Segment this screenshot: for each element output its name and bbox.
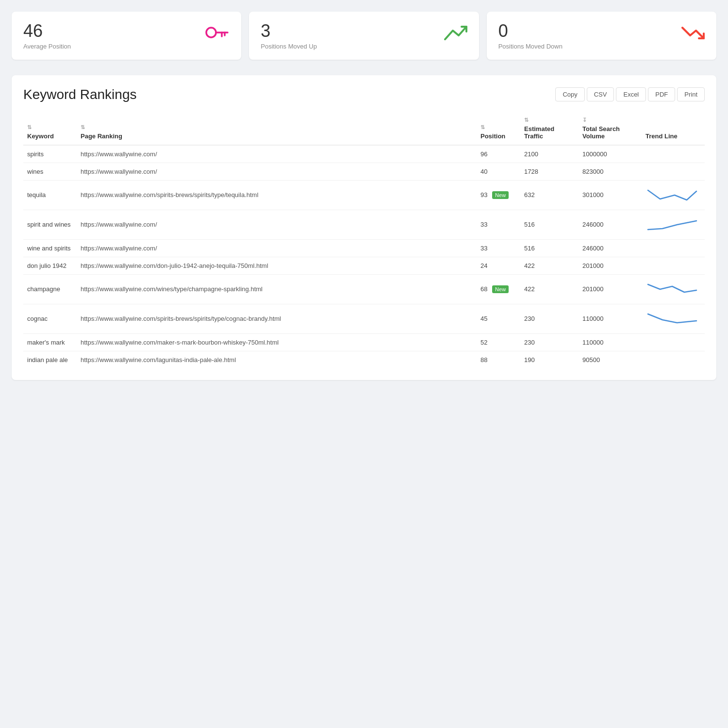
cell-trend [642,180,705,210]
cell-page-ranking: https://www.wallywine.com/wines/type/cha… [77,274,477,304]
cell-volume: 201000 [579,257,642,274]
cell-volume: 201000 [579,274,642,304]
cell-volume: 823000 [579,163,642,180]
avg-position-label: Average Position [23,43,71,50]
cell-traffic: 190 [520,351,579,368]
sort-icon-position: ⇅ [480,124,516,131]
cell-keyword: don julio 1942 [23,257,77,274]
table-row: indian pale ale https://www.wallywine.co… [23,351,705,368]
col-header-trend: Trend Line [642,112,705,145]
cell-trend [642,257,705,274]
table-header-row: Keyword Rankings Copy CSV Excel PDF Prin… [23,87,705,102]
cell-page-ranking: https://www.wallywine.com/ [77,210,477,239]
cell-position: 33 [477,210,520,239]
key-icon [205,25,230,46]
cell-volume: 110000 [579,304,642,333]
cell-page-ranking: https://www.wallywine.com/ [77,145,477,163]
cell-keyword: tequila [23,180,77,210]
main-content: Keyword Rankings Copy CSV Excel PDF Prin… [12,75,716,380]
positions-down-value: 0 [498,21,563,41]
print-button[interactable]: Print [677,87,705,101]
cell-trend [642,163,705,180]
cell-traffic: 516 [520,210,579,239]
col-header-traffic: ⇅ Estimated Traffic [520,112,579,145]
csv-button[interactable]: CSV [587,87,614,101]
export-buttons-group: Copy CSV Excel PDF Print [555,87,705,101]
cell-position: 96 [477,145,520,163]
sort-icon-page: ⇅ [81,124,473,131]
table-row: don julio 1942 https://www.wallywine.com… [23,257,705,274]
cell-position: 40 [477,163,520,180]
cell-trend [642,210,705,239]
table-row: tequila https://www.wallywine.com/spirit… [23,180,705,210]
table-row: cognac https://www.wallywine.com/spirits… [23,304,705,333]
cell-volume: 90500 [579,351,642,368]
arrow-up-icon [444,25,467,46]
cell-keyword: champagne [23,274,77,304]
positions-up-value: 3 [261,21,317,41]
cell-volume: 110000 [579,333,642,351]
cell-traffic: 230 [520,304,579,333]
cell-traffic: 422 [520,257,579,274]
positions-down-label: Positions Moved Down [498,43,563,50]
col-header-keyword: ⇅ Keyword [23,112,77,145]
cell-page-ranking: https://www.wallywine.com/lagunitas-indi… [77,351,477,368]
rankings-table: ⇅ Keyword ⇅ Page Ranking ⇅ Position ⇅ Es… [23,112,705,368]
avg-position-value: 46 [23,21,71,41]
cell-position: 24 [477,257,520,274]
cell-traffic: 2100 [520,145,579,163]
sort-icon-volume: ↧ [582,117,638,123]
cell-volume: 246000 [579,210,642,239]
col-header-volume: ↧ Total Search Volume [579,112,642,145]
cell-trend [642,274,705,304]
positions-up-label: Positions Moved Up [261,43,317,50]
cell-keyword: spirit and wines [23,210,77,239]
cell-traffic: 516 [520,239,579,257]
cell-volume: 246000 [579,239,642,257]
cell-trend [642,304,705,333]
cell-position: 33 [477,239,520,257]
excel-button[interactable]: Excel [616,87,646,101]
cell-keyword: wine and spirits [23,239,77,257]
cell-trend [642,333,705,351]
cell-page-ranking: https://www.wallywine.com/ [77,239,477,257]
col-header-position: ⇅ Position [477,112,520,145]
table-title: Keyword Rankings [23,87,136,102]
table-header: ⇅ Keyword ⇅ Page Ranking ⇅ Position ⇅ Es… [23,112,705,145]
table-row: spirits https://www.wallywine.com/ 96 21… [23,145,705,163]
copy-button[interactable]: Copy [555,87,584,101]
sort-icon-keyword: ⇅ [27,124,73,131]
cell-keyword: maker's mark [23,333,77,351]
avg-position-card: 46 Average Position [12,12,241,60]
cell-page-ranking: https://www.wallywine.com/maker-s-mark-b… [77,333,477,351]
col-header-page-ranking: ⇅ Page Ranking [77,112,477,145]
arrow-down-icon [681,25,705,46]
cell-page-ranking: https://www.wallywine.com/don-julio-1942… [77,257,477,274]
cell-page-ranking: https://www.wallywine.com/ [77,163,477,180]
table-row: champagne https://www.wallywine.com/wine… [23,274,705,304]
cell-page-ranking: https://www.wallywine.com/spirits-brews/… [77,304,477,333]
new-badge: New [492,285,509,293]
table-row: wine and spirits https://www.wallywine.c… [23,239,705,257]
table-row: wines https://www.wallywine.com/ 40 1728… [23,163,705,180]
pdf-button[interactable]: PDF [648,87,675,101]
cell-keyword: wines [23,163,77,180]
sort-icon-traffic: ⇅ [524,117,575,123]
cell-trend [642,239,705,257]
cell-position: 68 New [477,274,520,304]
cell-traffic: 230 [520,333,579,351]
positions-up-card: 3 Positions Moved Up [249,12,479,60]
cell-position: 88 [477,351,520,368]
cell-trend [642,351,705,368]
new-badge: New [492,191,509,199]
table-row: maker's mark https://www.wallywine.com/m… [23,333,705,351]
cell-keyword: cognac [23,304,77,333]
cell-volume: 1000000 [579,145,642,163]
table-row: spirit and wines https://www.wallywine.c… [23,210,705,239]
cell-traffic: 632 [520,180,579,210]
cell-position: 93 New [477,180,520,210]
cell-keyword: indian pale ale [23,351,77,368]
stats-section: 46 Average Position 3 Positions Moved Up [0,0,728,67]
cell-trend [642,145,705,163]
cell-traffic: 1728 [520,163,579,180]
